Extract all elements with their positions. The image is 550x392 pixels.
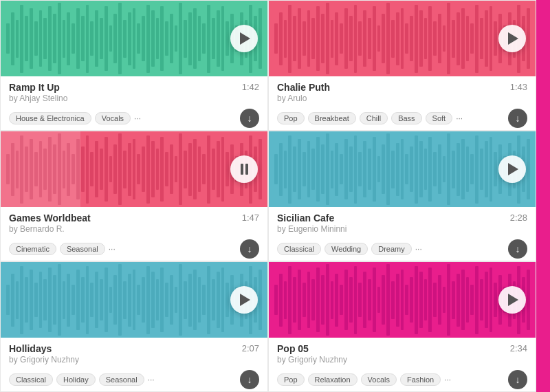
wave-bar [293,277,296,323]
tag-more[interactable]: ··· [134,113,141,123]
wave-bar [25,16,28,61]
wave-bar [494,21,497,56]
tag-item[interactable]: Seasonal [60,243,105,255]
wave-bar [410,277,413,323]
tag-more[interactable]: ··· [109,244,116,254]
card-title: Games Worldbeat [9,213,91,224]
wave-bar [133,270,136,330]
tag-more[interactable]: ··· [456,113,463,123]
tag-item[interactable]: Soft [426,112,453,124]
download-button[interactable]: ↓ [240,239,259,259]
wave-bar [123,20,126,58]
wave-bar [349,277,353,323]
tag-item[interactable]: Seasonal [99,373,144,386]
tag-item[interactable]: Classical [9,373,53,386]
wave-bar [151,272,155,329]
download-button[interactable]: ↓ [240,370,259,389]
tag-item[interactable]: House & Electronica [9,112,91,124]
wave-bar [188,12,192,65]
tag-item[interactable]: Wedding [324,243,368,255]
wave-bar [221,268,225,332]
tag-item[interactable]: Cinematic [9,243,56,255]
wave-bar [443,25,446,52]
wave-bar [137,23,140,54]
wave-bar [16,281,19,319]
wave-bar [331,281,334,319]
wave-bar [386,133,390,206]
tag-item[interactable]: Holiday [56,373,96,386]
wave-bar [284,20,287,58]
waveform-bg [1,1,267,76]
wave-bar [274,285,278,315]
wave-bar [30,8,33,69]
wave-bar [485,10,488,67]
waveform-bg [269,131,536,207]
tag-more[interactable]: ··· [415,244,422,254]
wave-bar [72,285,75,315]
wave-bar [344,139,348,199]
wave-bar [490,268,493,332]
card-duration: 2:28 [510,213,527,223]
tag-more[interactable]: ··· [444,375,451,384]
wave-bar [443,156,446,183]
tag-more[interactable]: ··· [148,375,155,384]
wave-bar [58,264,61,336]
download-button[interactable]: ↓ [508,370,527,389]
wave-bar [109,25,113,52]
play-button[interactable] [498,155,526,183]
tag-item[interactable]: Pop [277,112,305,124]
wave-bar [198,277,201,323]
tag-item[interactable]: Relaxation [308,373,358,386]
wave-bar [258,139,262,199]
wave-bar [279,143,283,196]
wave-bar [321,144,324,194]
tag-item[interactable]: Breakbeat [308,112,356,124]
wave-bar [30,270,33,330]
tag-item[interactable]: Chill [360,112,388,124]
wave-bar [175,287,178,314]
wave-bar [377,25,381,52]
download-button[interactable]: ↓ [240,109,259,128]
tag-item[interactable]: Vocals [361,373,397,386]
music-card: Sicilian Cafe 2:28 by Eugenio Mininni Cl… [268,131,536,261]
download-icon: ↓ [248,244,252,254]
wave-bar [226,152,229,186]
wave-bar [279,12,283,65]
pause-button[interactable] [230,155,258,183]
wave-bar [165,283,168,317]
wave-bar [331,151,334,188]
tag-item[interactable]: Vocals [95,112,131,124]
download-button[interactable]: ↓ [508,239,527,259]
wave-bar [396,274,399,327]
card-duration: 1:43 [510,82,527,92]
card-duration: 2:34 [510,343,527,353]
wave-bar [335,12,338,65]
wave-bar [179,133,182,206]
tag-item[interactable]: Pop [277,373,305,386]
wave-bar [354,135,358,204]
wave-bar [396,143,399,196]
tag-item[interactable]: Dreamy [371,243,412,255]
wave-bar [405,285,408,315]
wave-bar [456,12,460,65]
play-button[interactable] [498,25,526,52]
wave-bar [151,141,155,198]
tag-item[interactable]: Classical [277,243,321,255]
wave-bar [358,283,362,317]
play-button[interactable] [230,286,258,314]
wave-bar [302,283,306,317]
waveform-area [1,262,267,338]
play-button[interactable] [230,25,258,52]
wave-bar [382,144,385,194]
tags-row: PopBreakbeatChillBassSoft··· ↓ [277,109,527,128]
wave-bar [142,277,145,323]
wave-bar [137,285,140,315]
tag-item[interactable]: Bass [391,112,421,124]
tag-item[interactable]: Fashion [400,373,441,386]
card-artist: by Eugenio Mininni [277,224,527,234]
wave-bar [433,21,437,56]
wave-bar [344,270,348,330]
wave-bar [128,143,131,196]
play-button[interactable] [498,286,526,314]
download-button[interactable]: ↓ [508,109,527,128]
